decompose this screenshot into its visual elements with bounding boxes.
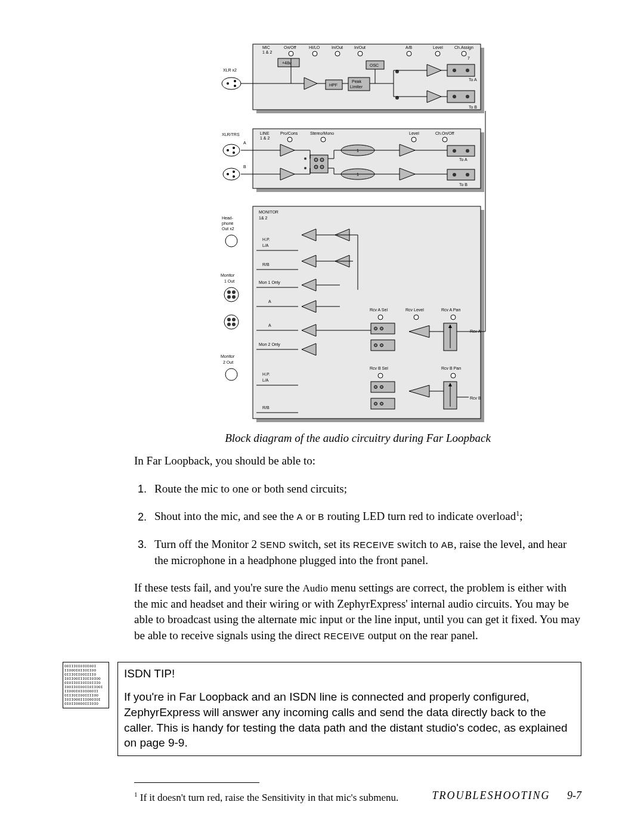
svg-text:To B: To B [469,105,477,109]
svg-point-172 [380,386,383,389]
diagram-caption: Block diagram of the audio circuitry dur… [134,432,581,445]
svg-point-80 [304,167,306,169]
svg-text:Rcv Level: Rcv Level [405,308,424,312]
svg-text:On/Off: On/Off [284,45,296,49]
svg-text:Mon 1 Only: Mon 1 Only [259,280,280,285]
svg-text:Level: Level [433,45,443,49]
svg-text:XLR x2: XLR x2 [223,68,237,72]
svg-rect-1 [253,44,481,110]
svg-point-38 [466,95,469,98]
svg-point-112 [233,151,235,154]
svg-point-202 [224,315,239,329]
svg-point-86 [453,149,456,153]
svg-text:Monitor: Monitor [221,354,235,358]
svg-point-68 [411,137,416,142]
step-2: Shout into the mic, and see the A or B r… [150,509,581,525]
svg-point-66 [287,137,292,142]
svg-point-168 [451,373,456,378]
svg-point-151 [414,315,419,320]
svg-text:Peak: Peak [352,79,361,83]
svg-point-56 [234,80,236,82]
svg-text:1 & 2: 1 & 2 [260,136,270,140]
svg-point-204 [232,318,236,321]
svg-text:7: 7 [467,56,470,60]
svg-text:1 Out: 1 Out [224,279,234,283]
svg-text:phone: phone [222,221,234,226]
svg-text:Rcv A Sel: Rcv A Sel [370,308,388,312]
svg-text:In/Out: In/Out [332,45,343,49]
svg-point-90 [466,173,469,176]
svg-text:LINE: LINE [260,131,270,135]
svg-text:R/B: R/B [262,262,270,267]
svg-point-198 [227,290,231,294]
footer-section: TROUBLESHOOTING [432,789,550,801]
svg-text:1& 2: 1& 2 [259,216,268,220]
svg-point-77 [314,165,318,169]
svg-point-157 [380,327,383,330]
svg-point-153 [451,315,456,320]
svg-text:Limiter: Limiter [350,85,363,89]
svg-point-75 [314,158,318,162]
svg-text:Pro/Cons: Pro/Cons [280,131,298,135]
svg-text:H.P.: H.P. [262,237,270,241]
svg-point-76 [320,158,324,162]
svg-point-11 [289,51,293,56]
svg-text:HI/LO: HI/LO [309,45,320,49]
svg-point-79 [304,157,306,160]
svg-point-16 [435,51,440,56]
svg-text:Out x2: Out x2 [222,227,234,231]
svg-text:Rcv B Sel: Rcv B Sel [370,366,388,370]
svg-text:To B: To B [459,182,467,187]
svg-text:B: B [243,165,246,169]
svg-point-166 [378,373,383,378]
svg-text:L/A: L/A [262,378,269,382]
svg-text:Rcv B: Rcv B [470,396,481,400]
svg-text:A: A [243,141,246,145]
svg-point-55 [227,82,229,85]
svg-rect-88 [447,169,475,180]
svg-point-57 [234,85,236,87]
svg-point-14 [358,51,363,56]
svg-point-171 [374,386,377,389]
svg-point-17 [462,51,466,56]
svg-point-110 [227,149,229,151]
svg-text:Mon 2 Only: Mon 2 Only [259,342,280,347]
svg-point-206 [232,323,236,326]
svg-point-201 [232,295,236,299]
svg-point-12 [312,51,317,56]
svg-text:XLR/TRS: XLR/TRS [222,132,240,137]
svg-text:To A: To A [459,157,467,162]
svg-text:L/A: L/A [262,243,269,247]
svg-point-111 [233,147,235,149]
svg-text:Stereo/Mono: Stereo/Mono [310,131,334,135]
svg-point-203 [227,318,231,321]
svg-point-200 [227,295,231,299]
step-1: Route the mic to one or both send circui… [150,481,581,497]
svg-point-87 [466,149,469,153]
binary-icon: OOIIIOIOIOIOOI IIOOOIOIIOIIOO OIIIOIIOOI… [63,662,109,708]
svg-text:Rcv A Pan: Rcv A Pan [441,308,460,312]
svg-point-15 [407,51,411,56]
steps-list: Route the mic to one or both send circui… [134,481,581,569]
svg-point-54 [222,78,241,89]
footer-page-number: 9-7 [567,789,581,801]
svg-point-34 [453,69,456,72]
svg-point-149 [378,315,383,320]
svg-point-156 [374,327,377,330]
tip-row: OOIIIOIOIOIOOI IIOOOIOIIOIIOO OIIIOIIOOI… [63,662,581,756]
footnote-rule [134,782,259,783]
svg-point-159 [374,344,377,347]
svg-text:Ch.On/Off: Ch.On/Off [435,131,454,135]
svg-text:To A: To A [469,78,477,82]
svg-rect-33 [447,64,475,76]
svg-point-194 [225,235,237,247]
svg-point-13 [335,51,340,56]
svg-point-197 [224,287,239,302]
svg-point-209 [225,368,237,380]
svg-text:Ch.Assign: Ch.Assign [454,45,473,50]
svg-point-199 [232,290,236,294]
svg-point-37 [453,95,456,98]
svg-text:HPF: HPF [329,83,338,87]
svg-text:2 Out: 2 Out [223,360,233,364]
diagram-container: MIC 1 & 2 On/Off HI/LO In/Out In/Out A/B… [134,42,581,426]
